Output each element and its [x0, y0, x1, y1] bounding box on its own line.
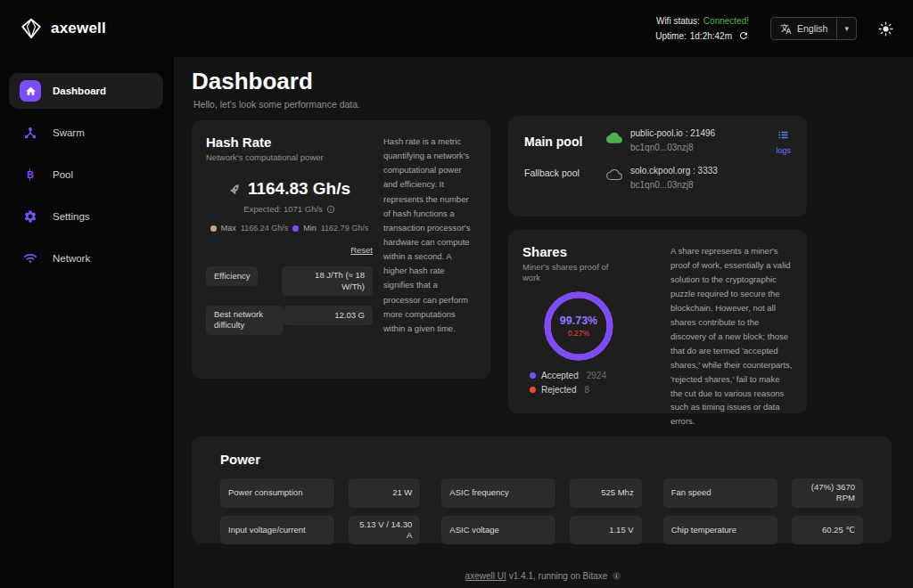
chevron-down-icon[interactable]: ▾ — [837, 24, 856, 33]
page-title: Dashboard — [192, 68, 313, 95]
min-dot — [292, 225, 299, 232]
home-icon — [20, 80, 41, 102]
hashrate-description: Hash rate is a metric quantifying a netw… — [383, 135, 476, 364]
legend-rejected: Rejected 8 — [530, 385, 658, 395]
sidebar-item-dashboard[interactable]: Dashboard — [9, 73, 163, 109]
info-icon[interactable] — [612, 571, 621, 581]
translate-icon — [780, 23, 792, 35]
power-metric-asic-frequency: ASIC frequency 525 Mhz — [441, 478, 641, 508]
pool-card: Main pool public-pool.io : 21496 bc1qn0.… — [508, 116, 807, 216]
axewell-logo-icon — [20, 17, 43, 40]
sidebar-item-settings[interactable]: Settings — [9, 199, 163, 234]
shares-donut-chart: 99.73% 0.27% — [542, 290, 615, 363]
wifi-status-value: Connected! — [703, 16, 749, 26]
sidebar-item-label: Network — [53, 253, 90, 264]
svg-text:B: B — [27, 169, 34, 180]
power-card: Power Power consumption 21 W ASIC freque… — [192, 437, 892, 543]
max-label: Max — [221, 224, 236, 233]
restart-icon[interactable] — [738, 30, 749, 41]
power-metric-label: ASIC frequency — [441, 478, 555, 508]
sidebar-item-label: Dashboard — [53, 86, 106, 96]
sidebar-item-label: Settings — [53, 211, 90, 222]
footer-link[interactable]: axewell UI — [465, 571, 506, 581]
brand: axewell — [20, 17, 106, 40]
power-metric-consumption: Power consumption 21 W — [220, 478, 420, 508]
sidebar-item-network[interactable]: Network — [9, 241, 163, 276]
shares-subtitle: Miner's shares proof of work — [522, 262, 617, 284]
efficiency-value-chip: 18 J/Th (≈ 18 W/Th) — [282, 266, 373, 296]
power-metric-value: (47%) 3670 RPM — [792, 478, 863, 508]
hashrate-subtitle: Network's computational power — [206, 152, 373, 163]
logs-icon — [777, 128, 790, 142]
power-metric-label: Input voltage/current — [220, 516, 334, 545]
power-metric-value: 525 Mhz — [570, 478, 641, 508]
power-metric-input-voltage: Input voltage/current 5.13 V / 14.30 A — [220, 516, 420, 545]
min-value: 1162.79 Gh/s — [321, 224, 368, 233]
uptime-label: Uptime: — [655, 31, 686, 41]
shares-card: Shares Miner's shares proof of work 99.7… — [508, 230, 807, 413]
info-icon[interactable] — [326, 205, 335, 214]
logs-label: logs — [776, 146, 791, 155]
power-metric-value: 21 W — [349, 478, 420, 508]
page-subtitle: Hello, let's look some performance data. — [193, 99, 360, 110]
power-metric-asic-voltage: ASIC voltage 1.15 V — [441, 516, 641, 545]
shares-description: A share represents a miner's proof of wo… — [670, 244, 793, 399]
wifi-icon — [20, 248, 41, 269]
rocket-icon — [226, 180, 244, 199]
accepted-dot — [530, 372, 536, 379]
hashrate-value: 1164.83 Gh/s — [248, 179, 350, 199]
language-label: English — [797, 23, 827, 34]
sidebar-item-label: Swarm — [53, 127, 85, 138]
difficulty-value-chip: 12.03 G — [284, 306, 373, 325]
hashrate-title: Hash Rate — [206, 135, 373, 150]
hashrate-expected: Expected: 1071 Gh/s — [243, 204, 323, 214]
sidebar-item-pool[interactable]: B Pool — [9, 157, 163, 192]
power-metric-label: Power consumption — [220, 478, 334, 508]
rejected-count: 8 — [584, 385, 589, 395]
rejected-dot — [530, 387, 536, 393]
accepted-percentage: 99.73% — [560, 314, 597, 327]
cloud-icon — [606, 129, 622, 145]
footer-text: v1.4.1, running on Bitaxe — [509, 571, 608, 581]
accepted-label: Accepted — [541, 371, 579, 380]
theme-toggle-sun-icon[interactable] — [878, 21, 893, 37]
bitcoin-icon: B — [20, 164, 41, 185]
main-pool-label: Main pool — [524, 128, 606, 149]
power-title: Power — [220, 452, 863, 467]
fallback-pool-wallet: bc1qn0...03nzj8 — [630, 180, 718, 190]
hub-icon — [20, 122, 41, 143]
shares-title: Shares — [522, 244, 658, 259]
max-dot — [210, 225, 217, 232]
shares-legend: Accepted 2924 Rejected 8 — [530, 371, 658, 395]
power-metric-value: 5.13 V / 14.30 A — [349, 516, 420, 545]
sidebar-item-label: Pool — [53, 169, 73, 180]
power-metric-value: 60.25 ℃ — [792, 516, 863, 545]
header-right: Wifi status: Connected! Uptime: 1d:2h:42… — [655, 12, 893, 45]
fallback-pool-host: solo.ckpool.org : 3333 — [630, 166, 718, 176]
accepted-count: 2924 — [587, 371, 606, 380]
sidebar: Dashboard Swarm B Pool Settings Network — [0, 57, 174, 588]
main-content: Dashboard Hello, let's look some perform… — [174, 57, 913, 588]
cloud-outline-icon — [606, 167, 622, 183]
wifi-status-label: Wifi status: — [656, 16, 700, 26]
main-pool-host: public-pool.io : 21496 — [630, 128, 715, 138]
footer: axewell UI v1.4.1, running on Bitaxe — [174, 571, 913, 581]
min-label: Min — [303, 224, 317, 233]
brand-name: axewell — [51, 20, 106, 37]
legend-accepted: Accepted 2924 — [530, 371, 658, 380]
status-block: Wifi status: Connected! Uptime: 1d:2h:42… — [655, 12, 749, 45]
max-value: 1166.24 Gh/s — [241, 224, 288, 233]
uptime-value: 1d:2h:42m — [690, 31, 732, 41]
gear-icon — [20, 206, 41, 227]
efficiency-label-chip: Efficiency — [206, 266, 258, 286]
power-metric-fan-speed: Fan speed (47%) 3670 RPM — [663, 478, 863, 508]
reset-link[interactable]: Reset — [350, 245, 373, 255]
sidebar-item-swarm[interactable]: Swarm — [9, 115, 163, 151]
hashrate-card: Hash Rate Network's computational power … — [192, 120, 490, 379]
logs-button[interactable]: logs — [776, 128, 791, 155]
rejected-percentage: 0.27% — [568, 329, 589, 338]
power-metric-label: Chip temperature — [663, 516, 777, 545]
main-pool-wallet: bc1qn0...03nzj8 — [630, 143, 715, 152]
language-selector[interactable]: English ▾ — [770, 17, 857, 40]
power-metric-label: Fan speed — [663, 478, 777, 508]
